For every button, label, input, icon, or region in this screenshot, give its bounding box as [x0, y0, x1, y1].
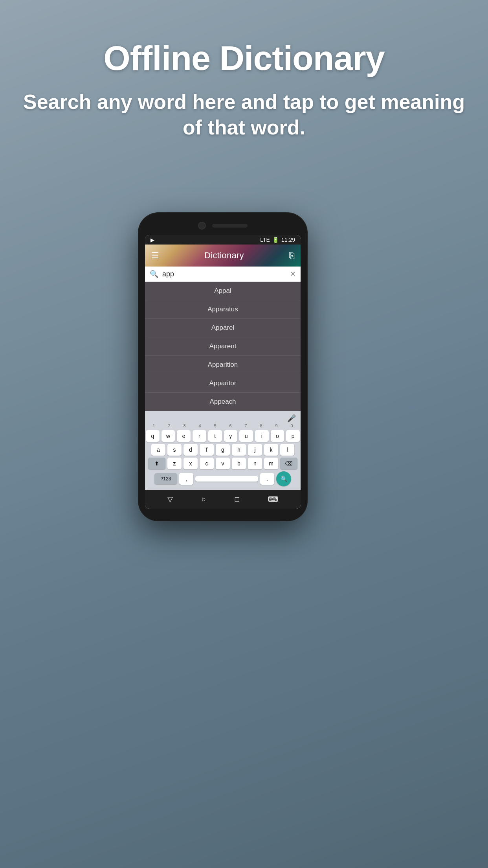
list-item[interactable]: Apparent [145, 337, 301, 356]
hero-subtitle: Search any word here and tap to get mean… [16, 89, 472, 140]
menu-icon[interactable]: ☰ [151, 250, 159, 261]
num-hint-1: 1 [147, 423, 161, 429]
signal-indicator: LTE [260, 237, 270, 243]
key-o[interactable]: o [271, 430, 284, 442]
hero-section: Offline Dictionary Search any word here … [0, 39, 488, 140]
battery-icon: 🔋 [272, 237, 279, 243]
list-item[interactable]: Apparitor [145, 374, 301, 393]
phone-outer: ▶ LTE 🔋 11:29 ☰ Dictionary ⎘ 🔍 ✕ [138, 212, 308, 521]
key-u[interactable]: u [239, 430, 253, 442]
key-l[interactable]: l [280, 444, 294, 456]
key-f[interactable]: f [200, 444, 214, 456]
key-y[interactable]: y [224, 430, 238, 442]
key-r[interactable]: r [193, 430, 206, 442]
key-k[interactable]: k [264, 444, 278, 456]
num-hint-9: 9 [270, 423, 284, 429]
status-left: ▶ [150, 237, 154, 243]
key-z[interactable]: z [167, 458, 182, 469]
key-j[interactable]: j [248, 444, 262, 456]
key-d[interactable]: d [183, 444, 198, 456]
hero-title: Offline Dictionary [16, 39, 472, 77]
num-hint-0: 0 [285, 423, 299, 429]
num-hint-8: 8 [254, 423, 268, 429]
phone-top-bar [145, 219, 301, 235]
search-icon: 🔍 [150, 270, 158, 278]
phone-bottom-bar [145, 509, 301, 514]
list-item[interactable]: Appeach [145, 393, 301, 411]
search-bar[interactable]: 🔍 ✕ [145, 267, 301, 282]
num-switch-key[interactable]: ?123 [154, 473, 177, 484]
key-h[interactable]: h [232, 444, 246, 456]
key-m[interactable]: m [264, 458, 278, 469]
key-g[interactable]: g [216, 444, 230, 456]
keyboard-bottom-row: ?123 , . 🔍 [146, 471, 300, 486]
comma-key[interactable]: , [179, 473, 193, 485]
keyboard-row-1: q w e r t y u i o p [146, 430, 300, 442]
keyboard-button[interactable]: ⌨ [268, 495, 278, 504]
key-e[interactable]: e [177, 430, 191, 442]
key-w[interactable]: w [161, 430, 175, 442]
time-display: 11:29 [281, 237, 295, 243]
phone-speaker [212, 224, 248, 228]
list-item[interactable]: Apparatus [145, 300, 301, 319]
key-i[interactable]: i [255, 430, 269, 442]
key-a[interactable]: a [151, 444, 165, 456]
keyboard-row-2: a s d f g h j k l [146, 444, 300, 456]
app-bar-title: Dictionary [204, 250, 244, 261]
key-t[interactable]: t [208, 430, 222, 442]
app-bar: ☰ Dictionary ⎘ [145, 245, 301, 267]
back-button[interactable]: ▽ [167, 495, 173, 504]
phone-mockup: ▶ LTE 🔋 11:29 ☰ Dictionary ⎘ 🔍 ✕ [138, 212, 350, 521]
spacebar-key[interactable] [195, 476, 258, 482]
key-s[interactable]: s [167, 444, 182, 456]
search-input[interactable] [162, 270, 286, 278]
num-hint-4: 4 [193, 423, 207, 429]
list-item[interactable]: Apparition [145, 356, 301, 374]
key-n[interactable]: n [248, 458, 262, 469]
status-bar: ▶ LTE 🔋 11:29 [145, 235, 301, 245]
key-v[interactable]: v [216, 458, 230, 469]
list-item[interactable]: Apparel [145, 319, 301, 337]
keyboard: 🎤 1 2 3 4 5 6 7 8 9 0 q [145, 411, 301, 490]
phone-screen: ▶ LTE 🔋 11:29 ☰ Dictionary ⎘ 🔍 ✕ [145, 235, 301, 509]
search-keyboard-button[interactable]: 🔍 [276, 471, 291, 486]
keyboard-row-3: ⬆ z x c v b n m ⌫ [146, 458, 300, 469]
phone-camera [198, 222, 206, 230]
key-c[interactable]: c [200, 458, 214, 469]
mic-icon[interactable]: 🎤 [287, 414, 296, 423]
key-q[interactable]: q [146, 430, 160, 442]
num-hint-6: 6 [224, 423, 238, 429]
recents-button[interactable]: □ [235, 495, 239, 504]
home-button[interactable]: ○ [202, 495, 206, 504]
key-x[interactable]: x [183, 458, 198, 469]
bottom-nav: ▽ ○ □ ⌨ [145, 490, 301, 509]
list-item[interactable]: Appal [145, 282, 301, 300]
status-right: LTE 🔋 11:29 [260, 237, 295, 243]
backspace-key[interactable]: ⌫ [280, 458, 297, 469]
key-b[interactable]: b [232, 458, 246, 469]
key-p[interactable]: p [286, 430, 300, 442]
period-key[interactable]: . [260, 473, 274, 485]
num-hint-5: 5 [208, 423, 222, 429]
num-hint-7: 7 [239, 423, 253, 429]
status-play-icon: ▶ [150, 237, 154, 243]
clear-icon[interactable]: ✕ [290, 270, 296, 278]
share-icon[interactable]: ⎘ [289, 250, 294, 261]
num-hint-2: 2 [162, 423, 176, 429]
num-hint-3: 3 [178, 423, 192, 429]
shift-key[interactable]: ⬆ [148, 458, 165, 469]
word-list: Appal Apparatus Apparel Apparent Apparit… [145, 282, 301, 411]
